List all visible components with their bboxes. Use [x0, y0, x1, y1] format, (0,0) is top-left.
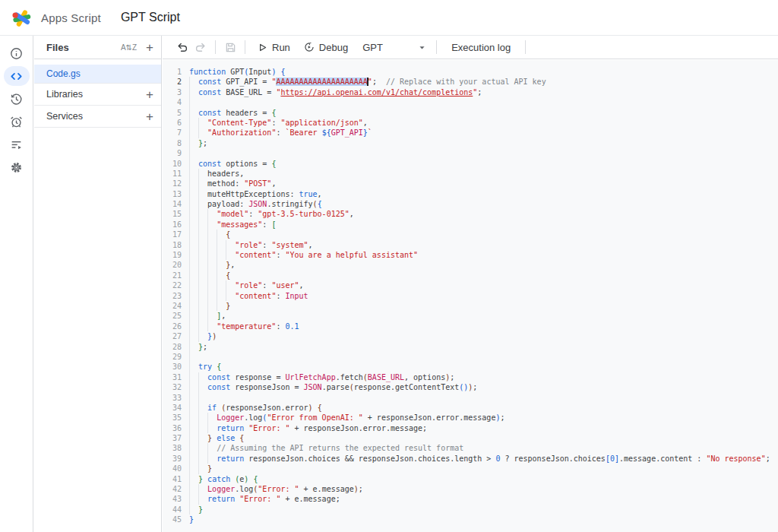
line-content[interactable]: "content": Input [189, 291, 778, 301]
line-number[interactable]: 19 [163, 250, 182, 260]
line-content[interactable]: // Assuming the API returns the expected… [189, 443, 778, 453]
line-number[interactable]: 11 [163, 169, 182, 179]
code-line[interactable]: 18 "role": "system", [163, 240, 778, 250]
code-line[interactable]: 19 "content": "You are a helpful assista… [163, 250, 778, 260]
line-content[interactable]: "content": "You are a helpful assistant" [189, 250, 778, 260]
code-line[interactable]: 28 }; [163, 342, 778, 352]
line-number[interactable]: 30 [163, 362, 182, 372]
line-content[interactable]: }; [189, 138, 778, 148]
sidebar-section-libraries[interactable]: Libraries + [34, 83, 161, 105]
debug-button[interactable]: Debug [297, 38, 355, 56]
code-line[interactable]: 21 { [163, 271, 778, 280]
line-content[interactable]: return responseJson.choices && responseJ… [189, 454, 778, 464]
line-content[interactable]: method: "POST", [189, 179, 778, 188]
line-content[interactable]: headers, [189, 169, 778, 179]
line-number[interactable]: 36 [163, 423, 182, 433]
line-content[interactable]: return "Error: " + responseJson.error.me… [189, 423, 778, 433]
code-line[interactable]: 3 const BASE_URL = "https://api.openai.c… [163, 87, 778, 97]
undo-button[interactable] [173, 38, 191, 56]
line-content[interactable]: payload: JSON.stringify({ [189, 199, 778, 209]
sort-az-icon[interactable]: A⇅Z [121, 43, 137, 52]
code-line[interactable]: 30 try { [163, 362, 778, 372]
code-line[interactable]: 33 [163, 393, 778, 403]
line-content[interactable]: }, [189, 260, 778, 270]
line-content[interactable]: }; [189, 342, 778, 352]
line-number[interactable]: 27 [163, 331, 182, 341]
line-content[interactable]: return "Error: " + e.message; [189, 494, 778, 504]
sidebar-section-services[interactable]: Services + [34, 105, 161, 127]
line-content[interactable]: "model": "gpt-3.5-turbo-0125", [189, 209, 778, 219]
line-number[interactable]: 41 [163, 474, 182, 484]
project-title[interactable]: GPT Script [121, 11, 180, 24]
line-number[interactable]: 44 [163, 505, 182, 515]
line-content[interactable]: const responseJson = JSON.parse(response… [189, 382, 778, 392]
line-content[interactable]: function GPT(Input) { [189, 67, 778, 77]
code-line[interactable]: 4 [163, 97, 778, 107]
code-line[interactable]: 32 const responseJson = JSON.parse(respo… [163, 382, 778, 392]
line-content[interactable]: muteHttpExceptions: true, [189, 189, 778, 199]
line-number[interactable]: 14 [163, 199, 182, 209]
line-content[interactable]: "temperature": 0.1 [189, 321, 778, 331]
line-content[interactable]: "Authorization": `Bearer ${GPT_API}` [189, 128, 778, 138]
line-number[interactable]: 40 [163, 464, 182, 473]
file-item-codegs[interactable]: Code.gs [34, 65, 161, 83]
line-content[interactable]: const options = { [189, 159, 778, 169]
line-content[interactable]: } else { [189, 433, 778, 443]
line-number[interactable]: 39 [163, 454, 182, 464]
line-content[interactable]: "messages": [ [189, 220, 778, 230]
line-number[interactable]: 18 [163, 240, 182, 250]
line-number[interactable]: 5 [163, 108, 182, 118]
product-name[interactable]: Apps Script [41, 11, 101, 24]
code-line[interactable]: 35 Logger.log("Error from OpenAI: " + re… [163, 413, 778, 423]
execution-log-button[interactable]: Execution log [442, 42, 520, 53]
code-line[interactable]: 45} [163, 515, 778, 524]
line-number[interactable]: 9 [163, 148, 182, 158]
code-line[interactable]: 39 return responseJson.choices && respon… [163, 454, 778, 464]
line-number[interactable]: 10 [163, 159, 182, 169]
code-line[interactable]: 27 }) [163, 331, 778, 341]
line-content[interactable]: { [189, 271, 778, 280]
line-number[interactable]: 32 [163, 382, 182, 392]
line-number[interactable]: 17 [163, 230, 182, 239]
nav-project-history-button[interactable] [4, 89, 30, 109]
line-number[interactable]: 20 [163, 260, 182, 270]
code-line[interactable]: 22 "role": "user", [163, 280, 778, 290]
line-content[interactable] [189, 97, 778, 107]
code-line[interactable]: 6 "Content-Type": "application/json", [163, 118, 778, 128]
line-number[interactable]: 35 [163, 413, 182, 423]
line-number[interactable]: 3 [163, 87, 182, 97]
line-content[interactable] [189, 393, 778, 403]
line-content[interactable]: try { [189, 362, 778, 372]
line-number[interactable]: 42 [163, 484, 182, 494]
code-line[interactable]: 29 [163, 352, 778, 362]
code-line[interactable]: 40 } [163, 464, 778, 473]
code-line[interactable]: 12 method: "POST", [163, 179, 778, 188]
code-line[interactable]: 26 "temperature": 0.1 [163, 321, 778, 331]
line-number[interactable]: 25 [163, 311, 182, 321]
line-number[interactable]: 26 [163, 321, 182, 331]
line-number[interactable]: 7 [163, 128, 182, 138]
line-content[interactable]: } [189, 464, 778, 473]
code-line[interactable]: 9 [163, 148, 778, 158]
line-number[interactable]: 21 [163, 271, 182, 280]
code-line[interactable]: 15 "model": "gpt-3.5-turbo-0125", [163, 209, 778, 219]
code-line[interactable]: 16 "messages": [ [163, 220, 778, 230]
code-line[interactable]: 31 const response = UrlFetchApp.fetch(BA… [163, 372, 778, 382]
line-content[interactable]: Logger.log("Error: " + e.message); [189, 484, 778, 494]
line-number[interactable]: 8 [163, 138, 182, 148]
code-line[interactable]: 23 "content": Input [163, 291, 778, 301]
line-content[interactable] [189, 148, 778, 158]
line-content[interactable]: const BASE_URL = "https://api.openai.com… [189, 87, 778, 97]
code-line[interactable]: 24 } [163, 301, 778, 311]
code-line[interactable]: 1function GPT(Input) { [163, 67, 778, 77]
code-line[interactable]: 34 if (responseJson.error) { [163, 403, 778, 413]
nav-executions-button[interactable] [4, 135, 30, 154]
line-number[interactable]: 4 [163, 97, 182, 107]
line-content[interactable]: if (responseJson.error) { [189, 403, 778, 413]
code-line[interactable]: 41 } catch (e) { [163, 474, 778, 484]
code-line[interactable]: 37 } else { [163, 433, 778, 443]
line-number[interactable]: 13 [163, 189, 182, 199]
line-number[interactable]: 34 [163, 403, 182, 413]
code-line[interactable]: 44 } [163, 505, 778, 515]
line-content[interactable]: } [189, 505, 778, 515]
